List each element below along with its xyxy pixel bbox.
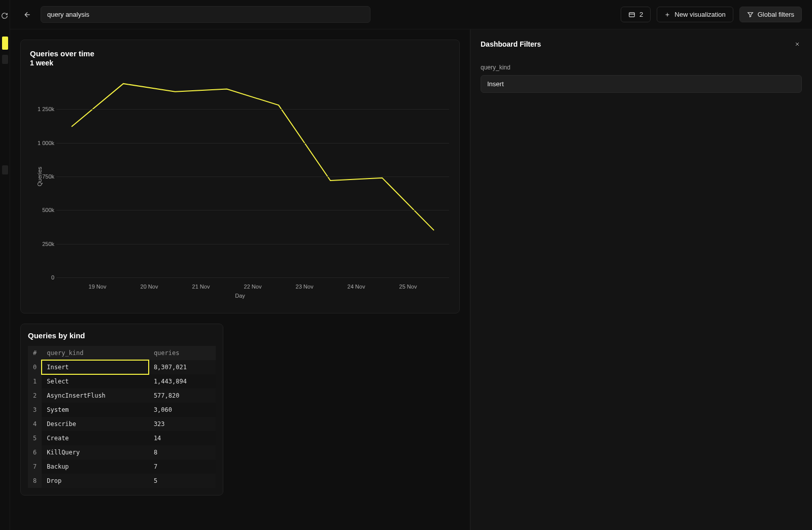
- row-queries: 5: [149, 474, 216, 488]
- row-index: 1: [28, 374, 42, 388]
- new-viz-label: New visualization: [674, 11, 725, 18]
- row-queries: 7: [149, 460, 216, 474]
- table-row[interactable]: 5Create14: [28, 431, 216, 445]
- table-row[interactable]: 3System3,060: [28, 403, 216, 417]
- x-tick-label: 22 Nov: [244, 284, 262, 290]
- row-kind: System: [42, 403, 149, 417]
- y-tick-label: 250k: [31, 241, 54, 247]
- row-index: 6: [28, 445, 42, 460]
- table-row[interactable]: 8Drop5: [28, 474, 216, 488]
- chart-title: Queries over time: [30, 49, 450, 58]
- global-filters-label: Global filters: [758, 11, 794, 18]
- row-kind: Create: [42, 431, 149, 445]
- y-tick-label: 750k: [31, 173, 54, 180]
- row-queries: 3,060: [149, 403, 216, 417]
- table-row[interactable]: 0Insert8,307,021: [28, 360, 216, 374]
- row-kind: Describe: [42, 417, 149, 431]
- table-title: Queries by kind: [28, 331, 216, 340]
- x-tick-label: 25 Nov: [399, 284, 417, 290]
- chart-subtitle: 1 week: [30, 59, 450, 67]
- row-kind: KillQuery: [42, 445, 149, 460]
- left-rail: [0, 0, 10, 530]
- table-row[interactable]: 4Describe323: [28, 417, 216, 431]
- panel-icon: [628, 11, 635, 18]
- dashboard-area: Queries over time 1 week Queries Day 025…: [10, 29, 470, 530]
- y-tick-label: 1 250k: [31, 106, 54, 112]
- new-visualization-button[interactable]: New visualization: [657, 7, 733, 22]
- row-queries: 1,443,894: [149, 374, 216, 388]
- chart-plot-area: 0250k500k750k1 000k1 250k19 Nov20 Nov21 …: [56, 76, 449, 277]
- row-index: 7: [28, 460, 42, 474]
- table-row[interactable]: 2AsyncInsertFlush577,820: [28, 388, 216, 403]
- col-queries: queries: [149, 346, 216, 360]
- dashboard-title-input[interactable]: [41, 6, 370, 23]
- row-index: 2: [28, 388, 42, 403]
- row-queries: 14: [149, 431, 216, 445]
- row-index: 4: [28, 417, 42, 431]
- svg-rect-0: [629, 12, 635, 16]
- sidebar-title: Dashboard Filters: [481, 40, 541, 48]
- row-index: 3: [28, 403, 42, 417]
- row-kind: Insert: [42, 360, 149, 374]
- count-badge-button[interactable]: 2: [621, 7, 651, 22]
- y-tick-label: 0: [31, 274, 54, 280]
- close-icon: [794, 41, 800, 47]
- refresh-icon[interactable]: [1, 12, 8, 19]
- x-tick-label: 20 Nov: [141, 284, 158, 290]
- chart-line: [72, 84, 434, 230]
- chart-panel[interactable]: Queries over time 1 week Queries Day 025…: [20, 40, 460, 313]
- rail-tab[interactable]: [2, 55, 8, 64]
- table-row[interactable]: 6KillQuery8: [28, 445, 216, 460]
- x-tick-label: 21 Nov: [192, 284, 210, 290]
- row-kind: Drop: [42, 474, 149, 488]
- filter-icon: [747, 11, 754, 18]
- x-tick-label: 24 Nov: [348, 284, 365, 290]
- count-badge-value: 2: [639, 11, 643, 18]
- y-tick-label: 1 000k: [31, 140, 54, 146]
- x-tick-label: 19 Nov: [89, 284, 107, 290]
- plus-icon: [664, 12, 670, 18]
- topbar: 2 New visualization Global filters: [10, 0, 812, 29]
- close-button[interactable]: [793, 40, 802, 49]
- col-index: #: [28, 346, 42, 360]
- row-kind: AsyncInsertFlush: [42, 388, 149, 403]
- back-button[interactable]: [20, 8, 35, 22]
- row-index: 5: [28, 431, 42, 445]
- rail-active-tab[interactable]: [2, 37, 8, 50]
- rail-tab[interactable]: [2, 165, 8, 174]
- row-queries: 323: [149, 417, 216, 431]
- x-tick-label: 23 Nov: [296, 284, 314, 290]
- y-tick-label: 500k: [31, 207, 54, 213]
- global-filters-button[interactable]: Global filters: [739, 7, 802, 22]
- row-queries: 577,820: [149, 388, 216, 403]
- table-row[interactable]: 7Backup7: [28, 460, 216, 474]
- filter-value-input[interactable]: [481, 75, 802, 93]
- queries-table: # query_kind queries 0Insert8,307,0211Se…: [28, 346, 216, 488]
- x-axis-label: Day: [235, 293, 245, 299]
- row-queries: 8: [149, 445, 216, 460]
- table-panel[interactable]: Queries by kind # query_kind queries 0In…: [20, 324, 223, 496]
- row-queries: 8,307,021: [149, 360, 216, 374]
- filters-sidebar: Dashboard Filters query_kind: [470, 29, 812, 530]
- row-index: 0: [28, 360, 42, 374]
- col-kind: query_kind: [42, 346, 149, 360]
- row-index: 8: [28, 474, 42, 488]
- row-kind: Select: [42, 374, 149, 388]
- table-row[interactable]: 1Select1,443,894: [28, 374, 216, 388]
- filter-label: query_kind: [481, 64, 802, 71]
- row-kind: Backup: [42, 460, 149, 474]
